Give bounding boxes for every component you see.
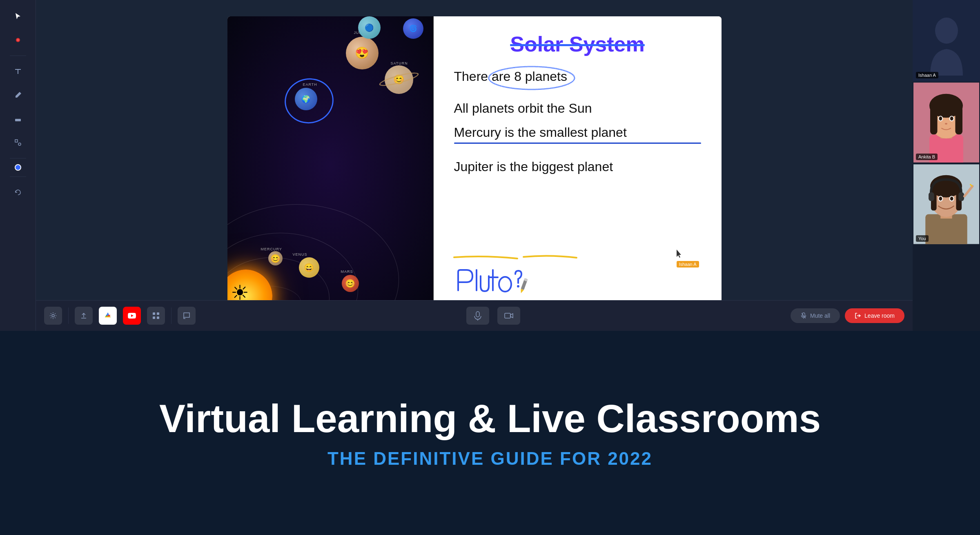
- ishaan-cursor-label: Ishaan A: [677, 261, 699, 268]
- saturn-ring: [378, 70, 420, 88]
- toolbar-divider-settings: [68, 308, 69, 324]
- youtube-button[interactable]: [123, 307, 141, 325]
- svg-rect-46: [476, 312, 479, 317]
- shapes-tool-button[interactable]: [8, 133, 28, 152]
- right-buttons: Mute all Leave room: [791, 308, 904, 323]
- chat-button[interactable]: [178, 307, 196, 325]
- svg-rect-3: [15, 140, 18, 142]
- toolbar: [0, 0, 36, 331]
- svg-point-23: [939, 116, 942, 120]
- camera-button[interactable]: [497, 307, 520, 325]
- svg-rect-20: [955, 107, 962, 134]
- mercury-label: MERCURY: [261, 247, 282, 251]
- fact-4: Jupiter is the biggest planet: [454, 158, 701, 176]
- svg-rect-43: [157, 312, 159, 315]
- mars-planet: 😊: [342, 275, 359, 292]
- upload-button[interactable]: [75, 307, 93, 325]
- ishaan-cursor: Ishaan A: [677, 250, 699, 268]
- toolbar-divider-3: [10, 176, 26, 177]
- ishaan-avatar: [913, 1, 979, 81]
- pen-tool-button[interactable]: [8, 85, 28, 105]
- saturn-label: SATURN: [391, 61, 408, 65]
- toolbar-divider-2: [10, 158, 26, 158]
- svg-rect-44: [153, 317, 155, 319]
- jupiter-planet: 😍: [346, 37, 379, 69]
- fact-2: All planets orbit the Sun: [454, 100, 701, 117]
- earth-annotation-circle: [281, 74, 337, 127]
- svg-rect-45: [157, 317, 159, 319]
- toolbar-divider-apps: [171, 308, 172, 324]
- saturn-planet: 😊: [385, 65, 413, 94]
- svg-point-24: [950, 116, 953, 120]
- svg-point-1: [17, 39, 19, 41]
- sub-headline: THE DEFINITIVE GUIDE FOR 2022: [327, 448, 653, 469]
- lesson-title: Solar System: [454, 33, 701, 56]
- svg-point-4: [18, 143, 21, 145]
- venus-label: VENUS: [293, 252, 307, 256]
- ishaan-name-label: Ishaan A: [916, 72, 938, 78]
- toolbar-divider-1: [10, 56, 26, 56]
- solar-system-bg: ☀ NEPTUNE 😊 MERCURY 😄 VENUS: [227, 16, 433, 314]
- participants-panel: Ishaan A: [913, 0, 980, 331]
- whiteboard-area: ☀ NEPTUNE 😊 MERCURY 😄 VENUS: [36, 0, 913, 331]
- svg-rect-2: [15, 119, 21, 121]
- yellow-annotation-lines: [452, 251, 579, 261]
- google-drive-button[interactable]: [99, 307, 117, 325]
- participant-tile-you: You: [913, 163, 980, 245]
- venus-planet: 😄: [299, 257, 319, 278]
- main-headline: Virtual Learning & Live Classrooms: [159, 397, 821, 440]
- svg-rect-34: [958, 192, 964, 201]
- whiteboard-window: ☀ NEPTUNE 😊 MERCURY 😄 VENUS: [227, 16, 722, 314]
- svg-point-6: [499, 277, 511, 292]
- bottom-center-buttons: [466, 307, 520, 325]
- you-avatar: [913, 164, 979, 244]
- participant-tile-ankita: Ankita B: [913, 82, 980, 163]
- svg-rect-47: [505, 313, 510, 318]
- svg-point-37: [939, 196, 942, 201]
- laser-pointer-button[interactable]: [8, 30, 28, 50]
- fact-3-underline: [454, 143, 701, 144]
- cursor-tool-button[interactable]: [8, 7, 28, 26]
- undo-button[interactable]: [8, 183, 28, 202]
- bottom-toolbar: Mute all Leave room: [36, 300, 913, 331]
- text-tool-button[interactable]: [8, 62, 28, 81]
- svg-point-25: [945, 123, 947, 125]
- svg-rect-19: [930, 107, 938, 134]
- fact-1: There are 8 planets: [454, 68, 701, 85]
- marketing-section: Virtual Learning & Live Classrooms THE D…: [0, 331, 980, 535]
- apps-button[interactable]: [147, 307, 165, 325]
- pluto-handwriting: [452, 266, 542, 298]
- mercury-planet: 😊: [268, 251, 283, 265]
- uranus-planet: 🔵: [358, 16, 381, 39]
- solar-system-panel: ☀ NEPTUNE 😊 MERCURY 😄 VENUS: [227, 16, 434, 314]
- app-container: ☀ NEPTUNE 😊 MERCURY 😄 VENUS: [0, 0, 980, 535]
- svg-point-38: [950, 196, 953, 201]
- svg-point-12: [935, 18, 958, 44]
- leave-room-label: Leave room: [864, 312, 895, 319]
- svg-rect-33: [929, 192, 934, 201]
- ankita-name-label: Ankita B: [916, 154, 938, 160]
- text-content-panel: Solar System There are 8 planets All pla…: [434, 16, 722, 314]
- svg-point-7: [517, 285, 519, 288]
- fact-1-container: There are 8 planets: [454, 68, 701, 93]
- mute-all-button[interactable]: Mute all: [791, 308, 840, 323]
- svg-rect-27: [925, 214, 967, 244]
- classroom-ui: ☀ NEPTUNE 😊 MERCURY 😄 VENUS: [0, 0, 980, 331]
- svg-point-41: [52, 314, 54, 317]
- color-picker[interactable]: [15, 164, 21, 171]
- svg-rect-42: [153, 312, 155, 315]
- settings-button[interactable]: [44, 307, 62, 325]
- you-name-label: You: [916, 235, 929, 242]
- neptune-planet: 🌀: [403, 18, 423, 39]
- mars-label: MARS: [341, 270, 353, 274]
- ankita-avatar: [913, 82, 979, 163]
- mute-all-label: Mute all: [810, 312, 830, 319]
- microphone-button[interactable]: [466, 307, 489, 325]
- eraser-tool-button[interactable]: [8, 109, 28, 129]
- leave-room-button[interactable]: Leave room: [845, 308, 904, 323]
- fact-3: Mercury is the smallest planet: [454, 124, 701, 144]
- participant-tile-ishaan: Ishaan A: [913, 0, 980, 82]
